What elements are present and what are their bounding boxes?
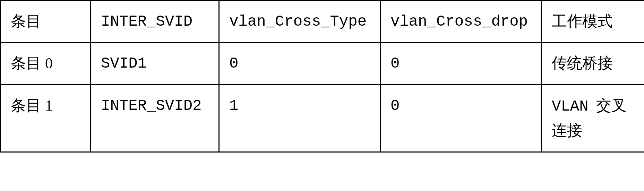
cell-entry-0: 条目 0 xyxy=(1,43,91,85)
header-inter-svid: INTER_SVID xyxy=(91,1,219,43)
cell-cross-drop-0: 0 xyxy=(380,43,542,85)
cell-entry-1: 条目 1 xyxy=(1,85,91,152)
cell-svid-1: INTER_SVID2 xyxy=(91,85,219,152)
cell-mode-0: 传统桥接 xyxy=(542,43,644,85)
cell-svid-0: SVID1 xyxy=(91,43,219,85)
cell-mode-1-latin: VLAN xyxy=(552,98,589,115)
cell-cross-type-0: 0 xyxy=(219,43,380,85)
cell-mode-1: VLAN 交叉连接 xyxy=(542,85,644,152)
cell-cross-type-1: 1 xyxy=(219,85,380,152)
table-header-row: 条目 INTER_SVID vlan_Cross_Type vlan_Cross… xyxy=(1,1,644,43)
header-work-mode: 工作模式 xyxy=(542,1,644,43)
header-entry: 条目 xyxy=(1,1,91,43)
vlan-config-table: 条目 INTER_SVID vlan_Cross_Type vlan_Cross… xyxy=(0,0,644,153)
header-vlan-cross-drop: vlan_Cross_drop xyxy=(380,1,542,43)
table-row: 条目 0 SVID1 0 0 传统桥接 xyxy=(1,43,644,85)
cell-cross-drop-1: 0 xyxy=(380,85,542,152)
table-row: 条目 1 INTER_SVID2 1 0 VLAN 交叉连接 xyxy=(1,85,644,152)
vlan-config-table-container: 条目 INTER_SVID vlan_Cross_Type vlan_Cross… xyxy=(0,0,644,153)
header-vlan-cross-type: vlan_Cross_Type xyxy=(219,1,380,43)
